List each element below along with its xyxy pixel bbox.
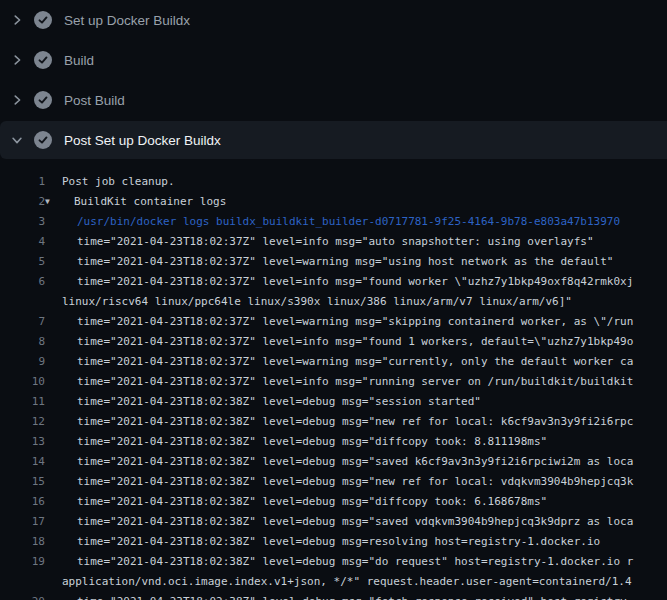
log-line: 14 time="2021-04-23T18:02:38Z" level=deb…: [0, 452, 667, 472]
chevron-right-icon: [10, 13, 24, 27]
step-row-1[interactable]: Build: [0, 40, 667, 80]
log-line: 10 time="2021-04-23T18:02:37Z" level=inf…: [0, 372, 667, 392]
step-label: Post Set up Docker Buildx: [64, 133, 221, 148]
log-line: application/vnd.oci.image.index.v1+json,…: [0, 572, 667, 592]
step-label: Post Build: [64, 93, 125, 108]
log-line: 20 time="2021-04-23T18:02:38Z" level=deb…: [0, 592, 667, 600]
log-line: 17 time="2021-04-23T18:02:38Z" level=deb…: [0, 512, 667, 532]
log-line-text: BuildKit container logs: [74, 192, 226, 212]
log-line-number[interactable]: 13: [0, 432, 45, 452]
log-line-number[interactable]: 17: [0, 512, 45, 532]
log-line-text: time="2021-04-23T18:02:38Z" level=debug …: [62, 392, 481, 412]
log-line-number[interactable]: 18: [0, 532, 45, 552]
log-line-number[interactable]: [0, 292, 45, 312]
log-line-number[interactable]: 5: [0, 252, 45, 272]
log-line-text: application/vnd.oci.image.index.v1+json,…: [62, 572, 632, 592]
log-line-number[interactable]: [0, 572, 45, 592]
log-line-number[interactable]: 15: [0, 472, 45, 492]
log-group-toggle[interactable]: 2 ▼BuildKit container logs: [0, 192, 667, 212]
log-line: 13 time="2021-04-23T18:02:38Z" level=deb…: [0, 432, 667, 452]
log-line-number[interactable]: 1: [0, 172, 45, 192]
log-line-text: time="2021-04-23T18:02:38Z" level=debug …: [62, 552, 633, 572]
log-line-number[interactable]: 8: [0, 332, 45, 352]
log-line-text: /usr/bin/docker logs buildx_buildkit_bui…: [62, 212, 620, 232]
log-line: 19 time="2021-04-23T18:02:38Z" level=deb…: [0, 552, 667, 572]
log-line: 3 /usr/bin/docker logs buildx_buildkit_b…: [0, 212, 667, 232]
log-line-text: time="2021-04-23T18:02:37Z" level=info m…: [62, 272, 633, 292]
log-line-number[interactable]: 14: [0, 452, 45, 472]
step-label: Set up Docker Buildx: [64, 13, 190, 28]
log-line: 4 time="2021-04-23T18:02:37Z" level=info…: [0, 232, 667, 252]
check-circle-icon: [34, 91, 52, 109]
chevron-right-icon: [10, 93, 24, 107]
log-line: 11 time="2021-04-23T18:02:38Z" level=deb…: [0, 392, 667, 412]
step-row-0[interactable]: Set up Docker Buildx: [0, 0, 667, 40]
check-circle-icon: [34, 51, 52, 69]
step-label: Build: [64, 53, 94, 68]
chevron-right-icon: [10, 53, 24, 67]
log-line-text: Post job cleanup.: [62, 172, 175, 192]
log-line: 15 time="2021-04-23T18:02:38Z" level=deb…: [0, 472, 667, 492]
log-line-text: time="2021-04-23T18:02:38Z" level=debug …: [62, 412, 633, 432]
log-line-text: time="2021-04-23T18:02:37Z" level=warnin…: [62, 352, 633, 372]
log-line-text: time="2021-04-23T18:02:38Z" level=debug …: [62, 492, 547, 512]
log-line: 6 time="2021-04-23T18:02:37Z" level=info…: [0, 272, 667, 292]
log-line: 16 time="2021-04-23T18:02:38Z" level=deb…: [0, 492, 667, 512]
log-line: 8 time="2021-04-23T18:02:37Z" level=info…: [0, 332, 667, 352]
log-line: 7 time="2021-04-23T18:02:37Z" level=warn…: [0, 312, 667, 332]
log-line: linux/riscv64 linux/ppc64le linux/s390x …: [0, 292, 667, 312]
log-line-text: time="2021-04-23T18:02:37Z" level=warnin…: [62, 312, 633, 332]
steps-list: Set up Docker Buildx Build Post Buil: [0, 0, 667, 159]
log-line-number[interactable]: 3: [0, 212, 45, 232]
step-row-3[interactable]: Post Set up Docker Buildx: [0, 121, 667, 159]
log-line-text: time="2021-04-23T18:02:38Z" level=debug …: [62, 532, 600, 552]
log-line-text: time="2021-04-23T18:02:37Z" level=info m…: [62, 332, 633, 352]
step-row-2[interactable]: Post Build: [0, 80, 667, 120]
log-line-number[interactable]: 6: [0, 272, 45, 292]
chevron-down-icon: [10, 133, 24, 147]
log-line-text: time="2021-04-23T18:02:37Z" level=info m…: [62, 232, 594, 252]
log-line-number[interactable]: 10: [0, 372, 45, 392]
log-line-number[interactable]: 20: [0, 592, 45, 600]
log-line-number[interactable]: 9: [0, 352, 45, 372]
log-line-text: time="2021-04-23T18:02:38Z" level=debug …: [62, 452, 633, 472]
log-line-number[interactable]: 12: [0, 412, 45, 432]
log-line-text: time="2021-04-23T18:02:37Z" level=warnin…: [62, 252, 613, 272]
log-line-text: time="2021-04-23T18:02:38Z" level=debug …: [62, 432, 547, 452]
log-line-number[interactable]: 2: [0, 192, 45, 212]
check-circle-icon: [34, 131, 52, 149]
log-line-text: linux/riscv64 linux/ppc64le linux/s390x …: [62, 292, 572, 312]
log-line-number[interactable]: 7: [0, 312, 45, 332]
triangle-down-icon: ▼: [45, 192, 57, 212]
log-line-number[interactable]: 19: [0, 552, 45, 572]
log-line-text: time="2021-04-23T18:02:38Z" level=debug …: [62, 472, 633, 492]
check-circle-icon: [34, 11, 52, 29]
log-line-number[interactable]: 16: [0, 492, 45, 512]
log-line: 5 time="2021-04-23T18:02:37Z" level=warn…: [0, 252, 667, 272]
log-line: 1 Post job cleanup.: [0, 172, 667, 192]
log-line: 18 time="2021-04-23T18:02:38Z" level=deb…: [0, 532, 667, 552]
log-line-number[interactable]: 11: [0, 392, 45, 412]
log-line: 9 time="2021-04-23T18:02:37Z" level=warn…: [0, 352, 667, 372]
log-line-text: time="2021-04-23T18:02:38Z" level=debug …: [62, 512, 633, 532]
log-line-text: time="2021-04-23T18:02:37Z" level=info m…: [62, 372, 633, 392]
log-line: 12 time="2021-04-23T18:02:38Z" level=deb…: [0, 412, 667, 432]
log-line-text: time="2021-04-23T18:02:38Z" level=debug …: [62, 592, 633, 600]
log-viewer: 1 Post job cleanup. 2 ▼BuildKit containe…: [0, 160, 667, 600]
log-line-number[interactable]: 4: [0, 232, 45, 252]
